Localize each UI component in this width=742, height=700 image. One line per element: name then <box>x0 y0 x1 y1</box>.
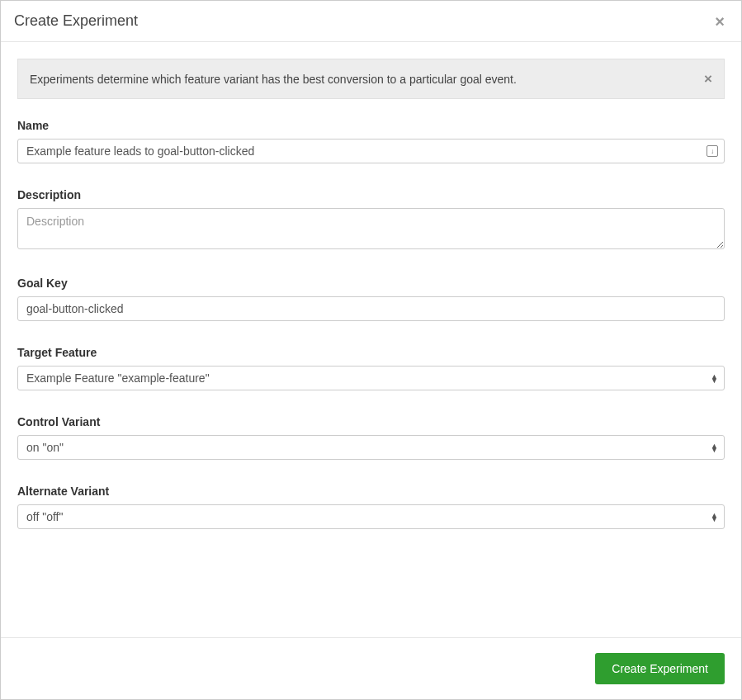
alternate-variant-label: Alternate Variant <box>17 485 725 498</box>
close-icon: × <box>704 71 712 87</box>
control-variant-field-group: Control Variant on "on" ▲▼ <box>17 415 725 460</box>
create-experiment-button[interactable]: Create Experiment <box>595 653 725 684</box>
control-variant-select[interactable]: on "on" <box>17 435 725 460</box>
modal-title: Create Experiment <box>14 12 138 30</box>
target-feature-field-group: Target Feature Example Feature "example-… <box>17 346 725 390</box>
close-icon: × <box>715 12 725 31</box>
description-input[interactable] <box>17 208 725 249</box>
target-feature-label: Target Feature <box>17 346 725 359</box>
goal-key-field-group: Goal Key <box>17 277 725 321</box>
alternate-variant-select-wrapper: off "off" ▲▼ <box>17 504 725 529</box>
info-banner-close-button[interactable]: × <box>704 72 712 86</box>
name-input[interactable] <box>17 139 725 163</box>
target-feature-select[interactable]: Example Feature "example-feature" <box>17 366 725 390</box>
create-experiment-modal: Create Experiment × Experiments determin… <box>0 0 742 700</box>
goal-key-input[interactable] <box>17 296 725 321</box>
info-banner: Experiments determine which feature vari… <box>17 59 725 99</box>
target-feature-select-wrapper: Example Feature "example-feature" ▲▼ <box>17 366 725 390</box>
control-variant-label: Control Variant <box>17 415 725 428</box>
modal-footer: Create Experiment <box>1 637 741 699</box>
close-button[interactable]: × <box>711 13 728 30</box>
description-field-group: Description <box>17 188 725 252</box>
modal-header: Create Experiment × <box>1 1 741 42</box>
alternate-variant-field-group: Alternate Variant off "off" ▲▼ <box>17 485 725 529</box>
description-label: Description <box>17 188 725 201</box>
modal-body: Experiments determine which feature vari… <box>1 42 741 637</box>
alternate-variant-select[interactable]: off "off" <box>17 504 725 529</box>
goal-key-label: Goal Key <box>17 277 725 290</box>
name-label: Name <box>17 119 725 132</box>
info-banner-text: Experiments determine which feature vari… <box>30 73 517 86</box>
name-input-wrapper: ↓ <box>17 139 725 163</box>
control-variant-select-wrapper: on "on" ▲▼ <box>17 435 725 460</box>
name-field-group: Name ↓ <box>17 119 725 163</box>
